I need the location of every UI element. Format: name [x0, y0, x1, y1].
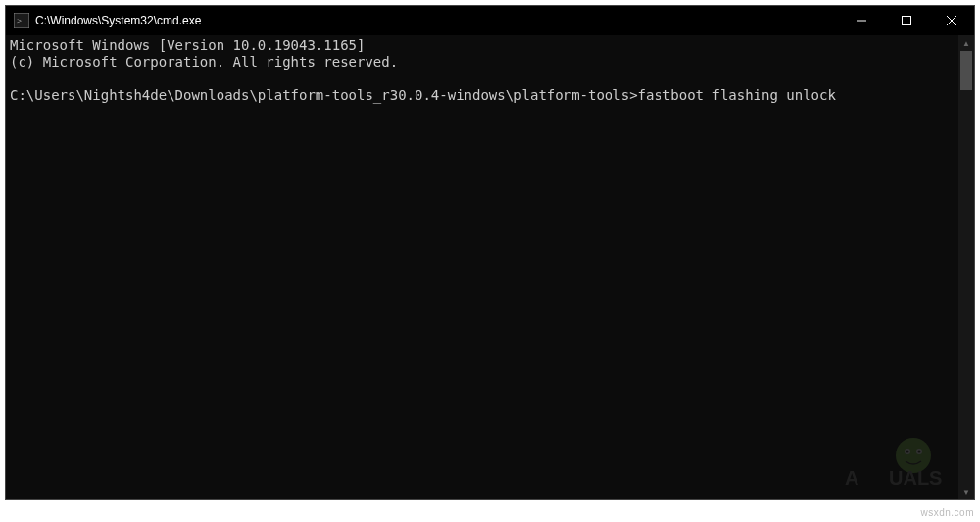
terminal-area: Microsoft Windows [Version 10.0.19043.11…: [6, 35, 974, 499]
cmd-window: >_ C:\Windows\System32\cmd.exe Microsoft…: [5, 5, 975, 500]
prompt-path: C:\Users\Nightsh4de\Downloads\platform-t…: [10, 87, 638, 103]
vertical-scrollbar[interactable]: ▲ ▼: [958, 35, 974, 499]
svg-text:>_: >_: [17, 16, 26, 25]
scrollbar-thumb[interactable]: [960, 51, 972, 90]
version-line: Microsoft Windows [Version 10.0.19043.11…: [10, 37, 365, 53]
window-controls: [839, 6, 974, 35]
source-watermark: wsxdn.com: [920, 507, 974, 518]
prompt-line: C:\Users\Nightsh4de\Downloads\platform-t…: [10, 87, 836, 103]
minimize-button[interactable]: [839, 6, 884, 35]
titlebar[interactable]: >_ C:\Windows\System32\cmd.exe: [6, 6, 974, 35]
maximize-button[interactable]: [884, 6, 929, 35]
svg-rect-3: [903, 17, 911, 25]
close-button[interactable]: [929, 6, 974, 35]
copyright-line: (c) Microsoft Corporation. All rights re…: [10, 54, 398, 70]
terminal-output[interactable]: Microsoft Windows [Version 10.0.19043.11…: [6, 35, 958, 499]
scroll-up-arrow[interactable]: ▲: [958, 35, 974, 51]
scroll-down-arrow[interactable]: ▼: [958, 484, 974, 499]
cmd-icon: >_: [14, 13, 29, 28]
window-title: C:\Windows\System32\cmd.exe: [35, 14, 201, 27]
typed-command: fastboot flashing unlock: [638, 87, 836, 103]
